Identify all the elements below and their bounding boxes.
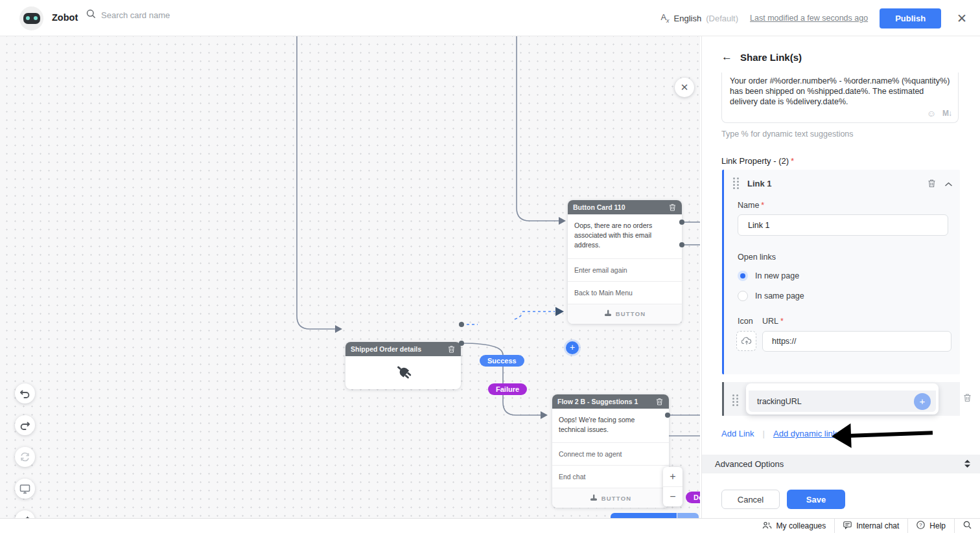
add-link-button[interactable]: Add Link: [721, 429, 754, 438]
redo-button[interactable]: [15, 415, 35, 435]
divider: |: [763, 429, 765, 438]
emoji-icon[interactable]: ☺: [927, 108, 936, 119]
last-modified-link[interactable]: Last modified a few seconds ago: [750, 14, 868, 23]
language-selector[interactable]: Ax English (Default): [660, 12, 738, 24]
svg-text:?: ?: [920, 522, 923, 528]
success-badge: Success: [480, 355, 524, 367]
link-1-card: Link 1 Name* Open links In new page: [722, 170, 960, 374]
close-canvas-overlay-button[interactable]: ✕: [675, 78, 694, 97]
help-button[interactable]: ? Help: [907, 519, 954, 533]
test-your-bot-button[interactable]: Test your bot: [611, 513, 699, 518]
dynamic-link-value[interactable]: trackingURL: [757, 397, 802, 406]
preview-eye-icon[interactable]: [677, 513, 699, 518]
magic-wand-button[interactable]: [15, 510, 35, 518]
link-property-label: Link Property - (2)*: [721, 156, 794, 166]
zoom-in-button[interactable]: +: [663, 467, 682, 487]
card-option-row[interactable]: Connect me to agent: [552, 442, 669, 465]
language-default-label: (Default): [706, 14, 738, 23]
advanced-options-bar[interactable]: Advanced Options: [702, 455, 980, 473]
name-label: Name*: [738, 201, 764, 210]
delete-card-icon[interactable]: [655, 397, 664, 406]
global-search-button[interactable]: [954, 519, 980, 533]
message-text[interactable]: Your order #%order.number% - %order.name…: [722, 73, 958, 107]
card-shipped-order-details[interactable]: Shipped Order details: [345, 342, 461, 389]
back-arrow-icon[interactable]: ←: [721, 51, 732, 63]
open-links-label: Open links: [738, 253, 776, 262]
reset-layout-button[interactable]: [15, 447, 35, 467]
add-card-plus-button[interactable]: +: [566, 341, 579, 354]
card-header[interactable]: Flow 2 B - Suggestions 1: [552, 394, 669, 409]
card-option-row[interactable]: Enter email again: [568, 258, 682, 281]
card-flow-2b-suggestions-1[interactable]: Flow 2 B - Suggestions 1 Oops! We're fac…: [552, 394, 669, 508]
cancel-button[interactable]: Cancel: [721, 490, 780, 509]
default-badge: Default: [686, 492, 700, 503]
zobot-builder-window: Zobot Ax English (Default) Last modified…: [0, 0, 980, 533]
app-title: Zobot: [52, 12, 78, 23]
icon-label: Icon: [738, 317, 753, 326]
link-2-row: trackingURL +: [722, 382, 960, 416]
card-header[interactable]: Button Card 110: [568, 200, 682, 214]
add-dynamic-link-button[interactable]: Add dynamic link: [773, 429, 837, 438]
publish-button[interactable]: Publish: [880, 8, 941, 28]
cloud-upload-icon: [741, 337, 752, 345]
advanced-options-label: Advanced Options: [715, 459, 784, 469]
undo-button[interactable]: [15, 383, 35, 403]
save-button[interactable]: Save: [787, 490, 845, 509]
search-icon: [86, 9, 96, 21]
share-links-panel: ← Share Link(s) Your order #%order.numbe…: [701, 36, 980, 518]
link-name-input[interactable]: [738, 214, 948, 236]
collapse-chevron-icon[interactable]: [945, 177, 952, 189]
flow-canvas[interactable]: Button Card 110 Oops, there are no order…: [0, 36, 700, 518]
preview-screen-button[interactable]: [15, 479, 35, 499]
card-option-row[interactable]: Back to Main Menu: [568, 281, 682, 304]
url-label: URL*: [762, 317, 784, 326]
card-header[interactable]: Shipped Order details: [345, 342, 461, 356]
bot-avatar: [19, 6, 43, 30]
button-type-icon: [604, 310, 612, 318]
markdown-icon[interactable]: M↓: [942, 109, 951, 118]
test-your-bot-label[interactable]: Test your bot: [611, 513, 677, 518]
close-builder-icon[interactable]: ✕: [953, 12, 971, 25]
add-suggestion-plus-button[interactable]: +: [914, 393, 931, 410]
dynamic-text-hint: Type % for dynamic text suggestions: [721, 130, 854, 139]
radio-selected-icon[interactable]: [738, 271, 748, 281]
my-colleagues-button[interactable]: My colleagues: [754, 519, 835, 533]
card-option-row[interactable]: End chat: [552, 465, 669, 488]
zoom-out-button[interactable]: −: [663, 487, 682, 506]
search-input[interactable]: [101, 10, 244, 20]
card-message: Oops, there are no orders associated wit…: [568, 214, 682, 258]
panel-title: Share Link(s): [740, 52, 802, 63]
expand-collapse-icon[interactable]: [964, 459, 970, 470]
status-bar: My colleagues Internal chat ? Help: [0, 518, 980, 533]
search-icon: [963, 521, 972, 531]
link-url-input[interactable]: [762, 331, 951, 352]
card-title: Flow 2 B - Suggestions 1: [557, 398, 638, 405]
help-icon: ?: [916, 521, 925, 531]
icon-upload-button[interactable]: [736, 331, 756, 351]
dynamic-link-suggestion-card[interactable]: trackingURL +: [746, 383, 939, 414]
radio-in-same-page[interactable]: In same page: [738, 291, 804, 301]
delete-link-icon[interactable]: [962, 393, 972, 402]
delete-card-icon[interactable]: [668, 203, 677, 212]
top-bar: Zobot Ax English (Default) Last modified…: [0, 0, 980, 36]
canvas-toolbar: [15, 383, 36, 518]
message-editor[interactable]: Your order #%order.number% - %order.name…: [721, 73, 959, 123]
internal-chat-button[interactable]: Internal chat: [834, 519, 907, 533]
delete-card-icon[interactable]: [447, 345, 456, 354]
drag-handle-icon[interactable]: [733, 177, 739, 189]
radio-unselected-icon[interactable]: [738, 291, 748, 301]
chat-icon: [843, 521, 852, 531]
card-search: [86, 9, 244, 21]
plugin-icon: [393, 361, 414, 385]
colleagues-icon: [762, 521, 772, 531]
failure-badge: Failure: [488, 383, 527, 395]
radio-in-new-page[interactable]: In new page: [738, 271, 799, 281]
required-asterisk: *: [791, 156, 794, 166]
button-type-icon: [590, 494, 598, 503]
zoom-controls: + −: [663, 467, 682, 506]
card-button-card-110[interactable]: Button Card 110 Oops, there are no order…: [568, 200, 682, 324]
card-footer: BUTTON: [568, 304, 682, 324]
drag-handle-icon[interactable]: [732, 394, 738, 406]
delete-link-icon[interactable]: [927, 179, 936, 188]
link-1-header: Link 1: [747, 179, 772, 188]
